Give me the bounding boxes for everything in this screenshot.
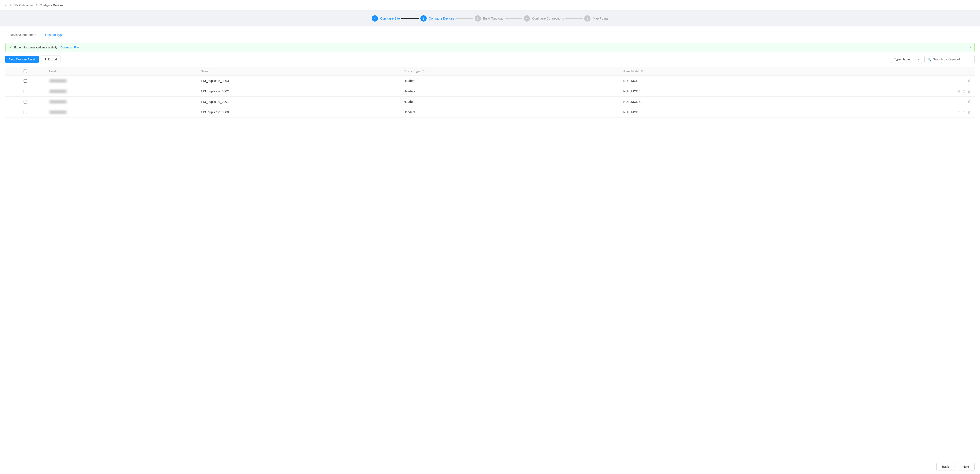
breadcrumb-current: Configure Devices — [40, 3, 63, 7]
row-asset-id: ████████ — [45, 76, 197, 86]
delete-icon[interactable]: 🗑 — [968, 110, 971, 114]
step-3: 3 Build Topology — [475, 15, 503, 22]
copy-icon[interactable]: ⊞ — [958, 110, 961, 114]
th-name: Name — [197, 67, 400, 76]
toolbar-left: New Custom Asset ⬆ Export — [5, 55, 60, 63]
step-5: 5 Map Points — [584, 15, 608, 22]
toolbar-right: Type Name ▾ 🔍 — [891, 56, 975, 63]
view-icon[interactable]: ⊡ — [963, 110, 966, 114]
row-checkbox-cell — [5, 86, 45, 97]
step-line-3 — [505, 18, 522, 19]
type-name-dropdown[interactable]: Type Name ▾ — [891, 56, 922, 63]
asset-model-filter-icon[interactable]: ▽ — [641, 70, 643, 73]
row-custom-type: Headers — [400, 86, 620, 97]
step-1-label: Configure Site — [380, 17, 400, 20]
main-content: Device/Component Custom Type ✓ Export fi… — [0, 27, 980, 459]
success-icon: ✓ — [9, 45, 12, 49]
back-button[interactable]: Back — [936, 463, 955, 471]
chevron-down-icon: ▾ — [918, 58, 919, 61]
copy-icon[interactable]: ⊞ — [958, 100, 961, 104]
export-button[interactable]: ⬆ Export — [41, 55, 60, 63]
alert-banner: ✓ Export file generated successfully Dow… — [5, 43, 975, 52]
stepper-bar: ✓ Configure Site 2 Configure Devices 3 B… — [0, 10, 980, 27]
step-5-circle: 5 — [584, 15, 590, 22]
select-all-checkbox[interactable] — [24, 70, 27, 73]
step-4-circle: 4 — [524, 15, 530, 22]
delete-icon[interactable]: 🗑 — [968, 100, 971, 104]
step-line-4 — [565, 18, 583, 19]
download-file-link[interactable]: Download File — [60, 46, 79, 49]
data-table: Asset ID Name Custom Type ▽ Asset Model … — [5, 67, 975, 117]
breadcrumb-separator: > — [10, 3, 11, 7]
row-asset-model: NULLMODEL — [620, 76, 873, 86]
view-icon[interactable]: ⊡ — [963, 79, 966, 83]
back-arrow-icon[interactable]: ← — [5, 3, 8, 7]
step-4: 4 Configure Connections — [524, 15, 564, 22]
row-actions: ⊞ ⊡ 🗑 — [873, 76, 975, 86]
row-actions: ⊞ ⊡ 🗑 — [873, 107, 975, 117]
step-2: 2 Configure Devices — [420, 15, 454, 22]
row-actions: ⊞ ⊡ 🗑 — [873, 97, 975, 107]
row-name: 113_duplicate_0000 — [197, 107, 400, 117]
step-line-2 — [455, 18, 473, 19]
blurred-asset-id: ████████ — [49, 100, 67, 104]
view-icon[interactable]: ⊡ — [963, 100, 966, 104]
table-row: ████████ 113_duplicate_0002 Headers NULL… — [5, 86, 975, 97]
th-checkbox — [5, 67, 45, 76]
row-asset-model: NULLMODEL — [620, 97, 873, 107]
row-checkbox-3[interactable] — [24, 111, 27, 114]
step-5-label: Map Points — [593, 17, 608, 20]
step-3-label: Build Topology — [483, 17, 503, 20]
copy-icon[interactable]: ⊞ — [958, 79, 961, 83]
alert-message: Export file generated successfully — [14, 46, 57, 49]
blurred-asset-id: ████████ — [49, 79, 67, 83]
toolbar: New Custom Asset ⬆ Export Type Name ▾ 🔍 — [5, 55, 975, 63]
row-checkbox-cell — [5, 107, 45, 117]
step-2-label: Configure Devices — [429, 17, 454, 20]
step-4-label: Configure Connections — [532, 17, 564, 20]
row-checkbox-2[interactable] — [24, 100, 27, 103]
next-button[interactable]: Next — [957, 463, 975, 471]
export-icon: ⬆ — [44, 58, 47, 61]
type-name-label: Type Name — [894, 57, 910, 61]
alert-close-icon[interactable]: × — [969, 46, 971, 49]
step-1: ✓ Configure Site — [372, 15, 400, 22]
page-wrapper: ← > Site Onboarding > Configure Devices … — [0, 0, 980, 474]
row-asset-id: ████████ — [45, 107, 197, 117]
copy-icon[interactable]: ⊞ — [958, 89, 961, 93]
th-asset-id: Asset ID — [45, 67, 197, 76]
blurred-asset-id: ████████ — [49, 89, 67, 93]
breadcrumb-site-onboarding[interactable]: Site Onboarding — [13, 3, 34, 7]
th-custom-type: Custom Type ▽ — [400, 67, 620, 76]
table-row: ████████ 113_duplicate_0000 Headers NULL… — [5, 107, 975, 117]
row-custom-type: Headers — [400, 76, 620, 86]
row-custom-type: Headers — [400, 97, 620, 107]
breadcrumb-separator2: > — [36, 3, 38, 7]
th-asset-model: Asset Model ▽ — [620, 67, 873, 76]
row-checkbox-1[interactable] — [24, 90, 27, 93]
view-icon[interactable]: ⊡ — [963, 89, 966, 93]
row-checkbox-0[interactable] — [24, 79, 27, 82]
search-input[interactable] — [933, 57, 972, 61]
step-line-1 — [401, 18, 419, 19]
search-box: 🔍 — [924, 56, 975, 63]
tab-device-component[interactable]: Device/Component — [5, 31, 41, 39]
row-name: 113_duplicate_0003 — [197, 76, 400, 86]
step-3-circle: 3 — [475, 15, 481, 22]
row-actions: ⊞ ⊡ 🗑 — [873, 86, 975, 97]
row-checkbox-cell — [5, 76, 45, 86]
search-icon: 🔍 — [927, 57, 931, 61]
export-label: Export — [48, 57, 57, 61]
row-asset-model: NULLMODEL — [620, 86, 873, 97]
delete-icon[interactable]: 🗑 — [968, 89, 971, 93]
table-row: ████████ 113_duplicate_0003 Headers NULL… — [5, 76, 975, 86]
custom-type-filter-icon[interactable]: ▽ — [422, 70, 425, 73]
row-asset-id: ████████ — [45, 97, 197, 107]
row-asset-model: NULLMODEL — [620, 107, 873, 117]
delete-icon[interactable]: 🗑 — [968, 79, 971, 83]
row-custom-type: Headers — [400, 107, 620, 117]
new-custom-asset-button[interactable]: New Custom Asset — [5, 56, 39, 63]
breadcrumb: ← > Site Onboarding > Configure Devices — [0, 0, 980, 10]
tab-custom-type[interactable]: Custom Type — [41, 31, 68, 39]
row-name: 113_duplicate_0001 — [197, 97, 400, 107]
